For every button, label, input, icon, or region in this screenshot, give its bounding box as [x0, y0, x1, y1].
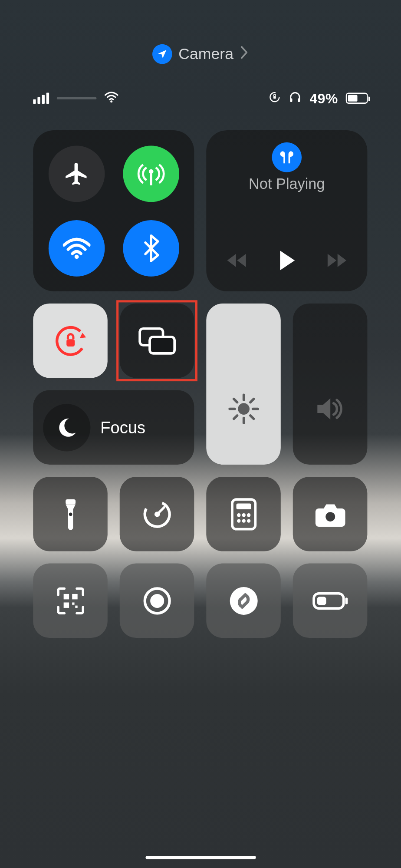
svg-point-11 [238, 403, 250, 415]
svg-rect-26 [236, 503, 251, 509]
audio-output-button[interactable] [272, 142, 302, 172]
svg-rect-2 [274, 96, 276, 99]
calculator-button[interactable] [206, 477, 281, 551]
timer-icon [141, 498, 172, 529]
status-bar: 49% [33, 87, 368, 109]
volume-slider[interactable] [293, 304, 368, 465]
volume-icon [313, 395, 346, 423]
moon-icon [55, 415, 79, 439]
shazam-button[interactable] [206, 563, 281, 638]
svg-line-19 [233, 416, 237, 419]
cellular-antenna-icon [137, 160, 165, 188]
headphones-status-icon [289, 90, 302, 106]
svg-point-5 [148, 169, 153, 174]
now-playing-label: Not Playing [249, 175, 325, 192]
wifi-icon [62, 237, 90, 259]
media-panel[interactable]: Not Playing [206, 130, 367, 291]
shazam-icon [228, 585, 259, 616]
svg-rect-8 [66, 339, 75, 347]
svg-point-29 [247, 513, 250, 516]
screen-mirroring-button[interactable] [120, 304, 194, 378]
svg-rect-39 [75, 605, 77, 607]
focus-button[interactable]: Focus [33, 390, 194, 465]
wifi-status-icon [104, 92, 118, 105]
svg-rect-35 [63, 594, 69, 599]
svg-rect-4 [298, 98, 300, 102]
svg-point-27 [237, 513, 240, 516]
connectivity-panel[interactable] [33, 130, 194, 291]
bluetooth-toggle[interactable] [123, 220, 179, 276]
record-icon [141, 585, 172, 616]
rewind-button[interactable] [225, 252, 248, 269]
current-app-indicator[interactable]: Camera [152, 44, 249, 64]
svg-line-17 [250, 416, 253, 419]
airplane-icon [63, 160, 90, 187]
play-button[interactable] [277, 249, 297, 271]
svg-point-32 [247, 519, 250, 522]
screen-recording-button[interactable] [120, 563, 194, 638]
cellular-signal-icon [33, 92, 49, 103]
wifi-toggle[interactable] [48, 220, 105, 276]
brightness-slider[interactable] [206, 304, 281, 465]
svg-rect-36 [72, 594, 77, 599]
svg-rect-45 [317, 597, 326, 605]
screen-mirroring-icon [137, 325, 177, 356]
orientation-lock-icon [52, 323, 89, 359]
svg-point-31 [242, 519, 245, 522]
flashlight-button[interactable] [33, 477, 108, 551]
svg-point-0 [110, 100, 112, 102]
camera-icon [313, 501, 346, 527]
svg-point-42 [230, 587, 257, 614]
bluetooth-icon [141, 234, 160, 262]
current-app-label: Camera [178, 45, 233, 63]
forward-button[interactable] [325, 252, 348, 269]
svg-point-30 [237, 519, 240, 522]
svg-line-18 [250, 399, 253, 403]
home-indicator[interactable] [145, 856, 256, 859]
svg-point-6 [74, 254, 79, 259]
svg-point-21 [69, 512, 72, 516]
svg-point-28 [242, 513, 245, 516]
orientation-lock-button[interactable] [33, 304, 108, 378]
focus-label: Focus [100, 418, 145, 437]
orientation-lock-status-icon [269, 91, 281, 106]
svg-line-16 [233, 399, 237, 403]
location-icon [152, 44, 172, 64]
code-scanner-button[interactable] [33, 563, 108, 638]
svg-rect-3 [290, 98, 293, 102]
calculator-icon [230, 498, 257, 531]
battery-percent: 49% [309, 90, 338, 106]
battery-icon [346, 92, 368, 103]
airpods-icon [279, 150, 295, 165]
camera-button[interactable] [293, 477, 368, 551]
svg-rect-37 [63, 602, 69, 607]
svg-point-41 [150, 594, 164, 607]
cellular-data-toggle[interactable] [123, 145, 179, 202]
chevron-right-icon [240, 45, 249, 63]
qr-scanner-icon [55, 585, 85, 616]
svg-line-24 [157, 507, 164, 514]
svg-rect-10 [149, 337, 174, 353]
flashlight-icon [60, 496, 80, 531]
signal-track [57, 97, 96, 99]
svg-rect-38 [72, 602, 74, 604]
low-power-mode-button[interactable] [293, 563, 368, 638]
svg-rect-20 [66, 499, 76, 504]
brightness-icon [227, 393, 260, 426]
timer-button[interactable] [120, 477, 194, 551]
airplane-mode-toggle[interactable] [48, 145, 105, 202]
battery-low-power-icon [312, 591, 348, 610]
svg-rect-44 [345, 597, 348, 604]
